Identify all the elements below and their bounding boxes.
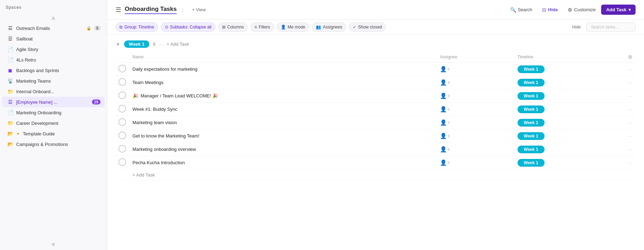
task-more-cell[interactable]: ··· xyxy=(625,63,636,76)
assignee-add-icon[interactable]: 👤+ xyxy=(440,79,450,85)
columns-chip[interactable]: ⊞ Columns xyxy=(218,23,248,32)
timeline-badge[interactable]: Week 1 xyxy=(518,79,545,86)
task-more-icon[interactable]: ··· xyxy=(628,160,632,166)
week-add-task-button[interactable]: + Add Task xyxy=(167,41,189,47)
wifi-icon: 📡 xyxy=(7,78,13,84)
sidebar-item-outreach-emails[interactable]: ☰ Outreach Emails 🔒 5 xyxy=(2,23,105,33)
task-table: Name Assignee Timeline ⊕ Daily expectati… xyxy=(116,51,636,181)
scroll-up-icon[interactable]: ▲ xyxy=(50,14,57,21)
task-more-cell[interactable]: ··· xyxy=(625,103,636,116)
add-col-header[interactable]: ⊕ xyxy=(625,51,636,63)
collapse-icon[interactable]: ▼ xyxy=(116,41,121,47)
timeline-badge[interactable]: Week 1 xyxy=(518,119,545,127)
add-task-week-label: + Add Task xyxy=(167,41,189,47)
task-assignee-cell[interactable]: 👤+ xyxy=(437,103,515,116)
task-assignee-cell[interactable]: 👤+ xyxy=(437,89,515,103)
filters-chip[interactable]: ≡ Filters xyxy=(251,23,274,32)
sidebar-item-career-development[interactable]: 📁 Career Development xyxy=(2,118,105,128)
columns-icon: ⊞ xyxy=(222,25,226,30)
sidebar-scroll-up[interactable]: ▲ xyxy=(0,13,107,23)
task-name-cell: Get to know the Marketing Team! xyxy=(130,129,437,143)
task-assignee-cell[interactable]: 👤+ xyxy=(437,129,515,143)
week-badge[interactable]: Week 1 xyxy=(124,40,150,48)
sidebar-item-backlogs-sprints[interactable]: ◼ Backlogs and Sprints xyxy=(2,65,105,76)
group-timeline-label: Group: Timeline xyxy=(124,25,154,30)
timeline-badge[interactable]: Week 1 xyxy=(518,132,545,140)
group-timeline-chip[interactable]: ⧉ Group: Timeline xyxy=(116,23,158,32)
sidebar-item-internal-onboard[interactable]: 📁 Internal Onboard... ··· + xyxy=(2,86,105,97)
add-view-button[interactable]: + View xyxy=(189,6,208,14)
task-status-circle[interactable] xyxy=(118,91,126,99)
timeline-badge[interactable]: Week 1 xyxy=(518,65,545,73)
hide-icon: ⊟ xyxy=(542,7,546,13)
sidebar-item-marketing-teams[interactable]: 📡 Marketing Teams ··· + xyxy=(2,76,105,86)
assignee-add-icon[interactable]: 👤+ xyxy=(440,93,450,99)
folder-icon: 📂 xyxy=(7,141,13,147)
sidebar-item-agile-story[interactable]: 📄 Agile Story xyxy=(2,44,105,55)
timeline-badge[interactable]: Week 1 xyxy=(518,159,545,167)
task-name: 🎉. Manager / Team Lead WELCOME! 🎉 xyxy=(132,93,218,98)
timeline-badge[interactable]: Week 1 xyxy=(518,146,545,153)
task-more-icon[interactable]: ··· xyxy=(628,133,632,139)
task-more-icon[interactable]: ··· xyxy=(628,120,632,126)
sidebar-scroll-down[interactable]: ▼ xyxy=(0,240,107,250)
task-more-cell[interactable]: ··· xyxy=(625,76,636,89)
sidebar-item-sailboat[interactable]: ☰ Sailboat xyxy=(2,33,105,44)
task-status-circle[interactable] xyxy=(118,118,126,126)
show-closed-chip[interactable]: ✓ Show closed xyxy=(349,23,386,32)
task-timeline-cell: Week 1 xyxy=(515,103,625,116)
task-status-circle[interactable] xyxy=(118,65,126,72)
add-column-icon[interactable]: ⊕ xyxy=(628,54,632,60)
task-status-circle[interactable] xyxy=(118,132,126,139)
task-assignee-cell[interactable]: 👤+ xyxy=(437,156,515,169)
sidebar-item-4ls-retro[interactable]: 📄 4Ls Retro xyxy=(2,55,105,65)
task-assignee-cell[interactable]: 👤+ xyxy=(437,116,515,129)
assignee-add-icon[interactable]: 👤+ xyxy=(440,120,450,126)
more-options-icon[interactable]: ··· xyxy=(159,41,163,47)
me-mode-chip[interactable]: 👤 Me mode xyxy=(277,23,309,32)
search-button[interactable]: 🔍 Search xyxy=(506,5,536,15)
sidebar-header: Spaces xyxy=(0,0,107,13)
task-assignee-cell[interactable]: 👤+ xyxy=(437,76,515,89)
task-more-icon[interactable]: ··· xyxy=(628,93,632,99)
scroll-down-icon[interactable]: ▼ xyxy=(50,241,57,249)
task-more-icon[interactable]: ··· xyxy=(628,66,632,72)
task-status-circle[interactable] xyxy=(118,105,126,113)
task-status-cell xyxy=(116,156,130,169)
assignee-add-icon[interactable]: 👤+ xyxy=(440,66,450,72)
task-more-icon[interactable]: ··· xyxy=(628,147,632,152)
task-status-circle[interactable] xyxy=(118,158,126,166)
customize-button[interactable]: ⚙ Customize xyxy=(564,5,600,15)
timeline-badge[interactable]: Week 1 xyxy=(518,105,545,113)
hide-button[interactable]: ⊟ Hide xyxy=(538,5,562,15)
sidebar-item-employee-name[interactable]: ☰ [Employee Name] ... 29 xyxy=(2,97,105,107)
assignee-add-icon[interactable]: 👤+ xyxy=(440,133,450,139)
sidebar-item-campaigns-promotions[interactable]: 📂 Campaigns & Promotions xyxy=(2,139,105,149)
task-status-circle[interactable] xyxy=(118,78,126,86)
task-more-icon[interactable]: ··· xyxy=(628,80,632,85)
task-name: Get to know the Marketing Team! xyxy=(132,133,200,139)
hide-filter-button[interactable]: Hide xyxy=(569,23,584,31)
sidebar-item-template-guide[interactable]: 📂 ✦ Template Guide xyxy=(2,128,105,139)
task-more-icon[interactable]: ··· xyxy=(628,107,632,112)
assignee-add-icon[interactable]: 👤+ xyxy=(440,106,450,112)
sidebar-item-marketing-onboarding[interactable]: 📄 Marketing Onboarding xyxy=(2,107,105,118)
task-search-input[interactable]: Search tasks... xyxy=(586,23,636,32)
assignee-add-icon[interactable]: 👤+ xyxy=(440,146,450,152)
add-task-label: Add Task xyxy=(606,7,626,12)
task-status-circle[interactable] xyxy=(118,145,126,153)
add-task-button[interactable]: Add Task ▾ xyxy=(601,5,636,15)
subtasks-collapse-chip[interactable]: ⊙ Subtasks: Collapse all xyxy=(161,23,215,32)
timeline-badge[interactable]: Week 1 xyxy=(518,92,545,100)
task-assignee-cell[interactable]: 👤+ xyxy=(437,63,515,76)
task-assignee-cell[interactable]: 👤+ xyxy=(437,143,515,156)
task-more-cell[interactable]: ··· xyxy=(625,129,636,143)
task-more-cell[interactable]: ··· xyxy=(625,156,636,169)
task-more-cell[interactable]: ··· xyxy=(625,116,636,129)
task-more-cell[interactable]: ··· xyxy=(625,89,636,103)
add-task-label[interactable]: + Add Task xyxy=(130,169,636,181)
add-task-row[interactable]: + Add Task xyxy=(116,169,636,181)
task-more-cell[interactable]: ··· xyxy=(625,143,636,156)
assignees-chip[interactable]: 👥 Assignees xyxy=(312,23,346,32)
assignee-add-icon[interactable]: 👤+ xyxy=(440,160,450,166)
